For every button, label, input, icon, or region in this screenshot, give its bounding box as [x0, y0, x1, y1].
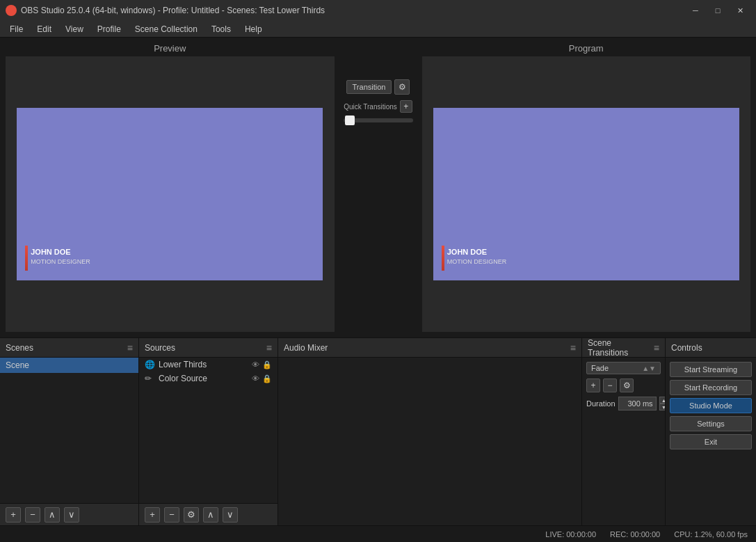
sources-panel-content: 🌐 Lower Thirds 👁 🔒 ✏ Color Source 👁 🔒 [139, 358, 278, 503]
program-name-line: JOHN DOE [447, 247, 507, 257]
fade-select[interactable]: Fade ▲▼ [586, 362, 661, 374]
main-content: Preview JOHN DOE MOTION DESIGNER Transit… [0, 38, 756, 542]
settings-button[interactable]: Settings [670, 416, 752, 431]
scenes-panel-header: Scenes ≡ [0, 338, 138, 358]
app-icon [6, 5, 17, 16]
source-lower-thirds-actions: 👁 🔒 [252, 360, 272, 369]
sources-config-icon[interactable]: ≡ [266, 342, 272, 353]
preview-pane: Preview JOHN DOE MOTION DESIGNER [0, 38, 340, 337]
preview-lower-third-accent [25, 246, 28, 271]
audio-mixer-panel-title: Audio Mixer [284, 343, 328, 353]
source-color-source-lock-icon[interactable]: 🔒 [262, 374, 272, 383]
sources-add-button[interactable]: + [145, 507, 160, 523]
sources-gear-button[interactable]: ⚙ [184, 507, 199, 523]
sources-move-down-button[interactable]: ∨ [223, 507, 238, 523]
transition-gear-button[interactable]: ⚙ [394, 79, 410, 95]
scenes-remove-button[interactable]: − [25, 507, 40, 523]
scenes-move-down-button[interactable]: ∨ [64, 507, 79, 523]
scenes-move-up-button[interactable]: ∧ [45, 507, 60, 523]
program-label: Program [569, 43, 604, 54]
scene-transitions-panel-header: Scene Transitions ≡ [582, 338, 665, 358]
program-lower-third-accent [442, 246, 444, 271]
duration-up-button[interactable]: ▲ [659, 397, 665, 404]
scene-transitions-content: Fade ▲▼ + − ⚙ Duration ▲ ▼ [582, 358, 665, 415]
menu-file[interactable]: File [3, 23, 30, 35]
start-recording-button[interactable]: Start Recording [670, 380, 752, 395]
audio-mixer-config-icon[interactable]: ≡ [570, 342, 576, 353]
source-item-lower-thirds[interactable]: 🌐 Lower Thirds 👁 🔒 [139, 358, 278, 372]
sources-panel-title: Sources [145, 343, 175, 353]
source-color-source-eye-icon[interactable]: 👁 [252, 374, 259, 383]
source-lower-thirds-name: Lower Thirds [159, 360, 248, 369]
slider-thumb [345, 115, 355, 125]
audio-mixer-panel-content [278, 358, 581, 525]
preview-canvas-area: JOHN DOE MOTION DESIGNER [6, 56, 335, 332]
quick-transitions-label: Quick Transitions [344, 103, 397, 111]
fade-select-arrow-icon: ▲▼ [642, 365, 656, 372]
menu-help[interactable]: Help [238, 23, 269, 35]
duration-input[interactable] [618, 397, 657, 411]
menu-scene-collection[interactable]: Scene Collection [128, 23, 204, 35]
preview-title-line: MOTION DESIGNER [31, 257, 90, 266]
preview-label: Preview [154, 43, 186, 54]
sources-move-up-button[interactable]: ∧ [203, 507, 218, 523]
sources-remove-button[interactable]: − [164, 507, 179, 523]
quick-transitions-row: Quick Transitions + [344, 100, 412, 113]
scene-transitions-gear-button[interactable]: ⚙ [620, 378, 634, 392]
rec-status: REC: 00:00:00 [610, 530, 660, 539]
scene-transitions-remove-button[interactable]: − [603, 378, 617, 392]
preview-canvas: JOHN DOE MOTION DESIGNER [17, 108, 323, 280]
scene-item[interactable]: Scene [0, 358, 138, 373]
scenes-add-button[interactable]: + [6, 507, 21, 523]
menu-profile[interactable]: Profile [90, 23, 128, 35]
duration-down-button[interactable]: ▼ [659, 404, 665, 411]
transition-button[interactable]: Transition [346, 80, 392, 94]
maximize-button[interactable]: □ [707, 3, 728, 17]
source-color-source-actions: 👁 🔒 [252, 374, 272, 383]
preview-lower-third: JOHN DOE MOTION DESIGNER [31, 247, 90, 266]
source-item-color-source[interactable]: ✏ Color Source 👁 🔒 [139, 372, 278, 385]
source-lower-thirds-lock-icon[interactable]: 🔒 [262, 360, 272, 369]
controls-panel: Controls Start Streaming Start Recording… [666, 338, 756, 525]
controls-panel-header: Controls [666, 338, 756, 358]
audio-mixer-panel: Audio Mixer ≡ [278, 338, 582, 525]
scene-transitions-add-button[interactable]: + [586, 378, 600, 392]
program-canvas-area: JOHN DOE MOTION DESIGNER [422, 56, 751, 332]
program-canvas: JOHN DOE MOTION DESIGNER [433, 108, 739, 280]
studio-mode-button[interactable]: Studio Mode [670, 398, 752, 413]
scenes-panel-content: Scene [0, 358, 138, 503]
transition-slider[interactable] [344, 118, 413, 122]
preview-name-line: JOHN DOE [31, 247, 90, 257]
window-title: OBS Studio 25.0.4 (64-bit, windows) - Pr… [21, 6, 685, 15]
audio-mixer-panel-header: Audio Mixer ≡ [278, 338, 581, 358]
scenes-panel-footer: + − ∧ ∨ [0, 503, 138, 525]
titlebar: OBS Studio 25.0.4 (64-bit, windows) - Pr… [0, 0, 756, 21]
menu-tools[interactable]: Tools [204, 23, 238, 35]
menu-view[interactable]: View [58, 23, 90, 35]
close-button[interactable]: ✕ [730, 3, 750, 17]
scene-transitions-panel-title: Scene Transitions [588, 338, 654, 358]
quick-transitions-add-button[interactable]: + [400, 100, 412, 113]
bottom-panels: Scenes ≡ Scene + − ∧ ∨ Sources ≡ 🌐 [0, 337, 756, 525]
minimize-button[interactable]: ─ [685, 3, 706, 17]
titlebar-controls: ─ □ ✕ [685, 3, 750, 17]
transition-panel: Transition ⚙ Quick Transitions + [340, 38, 417, 337]
duration-row: Duration ▲ ▼ [586, 397, 661, 411]
statusbar: LIVE: 00:00:00 REC: 00:00:00 CPU: 1.2%, … [0, 525, 756, 542]
exit-button[interactable]: Exit [670, 434, 752, 449]
duration-spinner: ▲ ▼ [659, 397, 665, 411]
program-lower-third: JOHN DOE MOTION DESIGNER [447, 247, 507, 266]
preview-program-area: Preview JOHN DOE MOTION DESIGNER Transit… [0, 38, 756, 337]
menu-edit[interactable]: Edit [30, 23, 58, 35]
cpu-status: CPU: 1.2%, 60.00 fps [674, 530, 748, 539]
scene-transitions-actions: + − ⚙ [586, 378, 661, 392]
sources-panel-header: Sources ≡ [139, 338, 278, 358]
controls-panel-title: Controls [671, 343, 702, 353]
source-lower-thirds-icon: 🌐 [145, 360, 154, 369]
scenes-config-icon[interactable]: ≡ [127, 342, 133, 353]
scene-transitions-config-icon[interactable]: ≡ [654, 342, 659, 353]
start-streaming-button[interactable]: Start Streaming [670, 362, 752, 377]
source-lower-thirds-eye-icon[interactable]: 👁 [252, 360, 259, 369]
scene-transitions-panel-content: Fade ▲▼ + − ⚙ Duration ▲ ▼ [582, 358, 665, 525]
scene-transitions-panel: Scene Transitions ≡ Fade ▲▼ + − ⚙ Durati… [582, 338, 666, 525]
